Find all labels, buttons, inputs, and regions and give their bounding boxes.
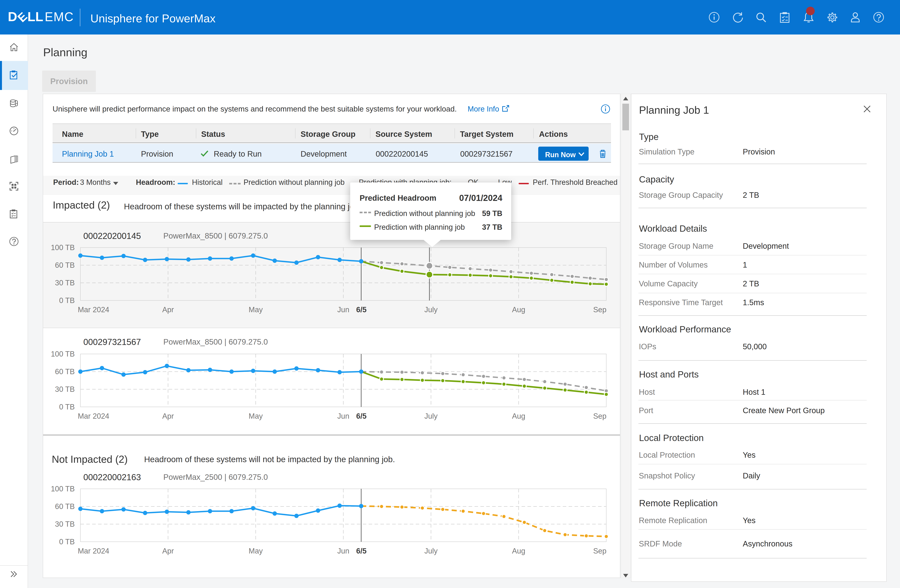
svg-text:Sep: Sep (593, 412, 607, 420)
svg-text:PowerMax_2500 | 6079.275.0: PowerMax_2500 | 6079.275.0 (163, 473, 268, 481)
svg-text:60 TB: 60 TB (55, 368, 75, 376)
svg-text:Aug: Aug (512, 547, 525, 555)
svg-text:30 TB: 30 TB (55, 279, 75, 287)
svg-text:D: D (8, 11, 17, 24)
svg-text:Mar 2024: Mar 2024 (78, 412, 109, 420)
svg-text:6/5: 6/5 (356, 306, 367, 314)
svg-text:July: July (424, 547, 438, 555)
svg-text:EMC: EMC (45, 11, 74, 24)
svg-text:July: July (424, 412, 438, 420)
svg-text:0 TB: 0 TB (59, 403, 75, 411)
svg-text:60 TB: 60 TB (55, 502, 75, 511)
svg-text:000220200145: 000220200145 (83, 231, 141, 241)
svg-text:PowerMax_8500 | 6079.275.0: PowerMax_8500 | 6079.275.0 (163, 337, 268, 346)
svg-text:6/5: 6/5 (356, 412, 367, 420)
svg-text:PowerMax_8500 | 6079.275.0: PowerMax_8500 | 6079.275.0 (163, 232, 268, 240)
svg-text:100 TB: 100 TB (51, 485, 75, 493)
svg-text:Jun: Jun (337, 547, 349, 555)
svg-text:30 TB: 30 TB (55, 520, 75, 528)
svg-text:30 TB: 30 TB (55, 385, 75, 393)
svg-text:Apr: Apr (162, 547, 174, 555)
svg-text:100 TB: 100 TB (51, 350, 75, 358)
svg-text:100 TB: 100 TB (51, 243, 75, 252)
svg-text:6/5: 6/5 (356, 547, 367, 555)
svg-text:Aug: Aug (512, 412, 525, 420)
svg-text:Jun: Jun (337, 306, 349, 314)
svg-text:0 TB: 0 TB (59, 538, 75, 546)
svg-text:Apr: Apr (162, 412, 174, 420)
svg-text:LL: LL (28, 11, 43, 24)
svg-text:Apr: Apr (162, 306, 174, 314)
svg-text:Aug: Aug (512, 306, 525, 314)
svg-text:May: May (248, 412, 263, 420)
svg-text:000297321567: 000297321567 (83, 337, 141, 347)
svg-text:May: May (248, 306, 263, 314)
svg-text:May: May (248, 547, 263, 555)
svg-text:Jun: Jun (337, 412, 349, 420)
svg-text:Mar 2024: Mar 2024 (78, 306, 109, 314)
svg-text:Sep: Sep (593, 547, 607, 555)
svg-text:000220002163: 000220002163 (83, 472, 141, 482)
svg-text:Mar 2024: Mar 2024 (78, 547, 109, 555)
svg-text:Sep: Sep (593, 306, 607, 314)
svg-text:July: July (424, 306, 438, 314)
svg-text:0 TB: 0 TB (59, 296, 75, 305)
svg-text:60 TB: 60 TB (55, 261, 75, 269)
